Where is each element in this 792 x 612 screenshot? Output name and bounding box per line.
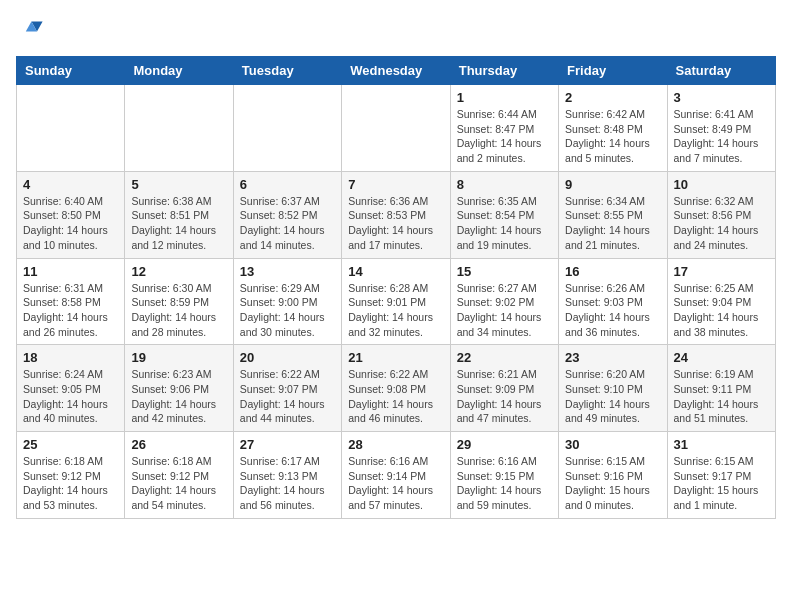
day-info: Sunrise: 6:16 AM Sunset: 9:15 PM Dayligh…	[457, 454, 552, 513]
calendar-cell: 27Sunrise: 6:17 AM Sunset: 9:13 PM Dayli…	[233, 432, 341, 519]
calendar-table: SundayMondayTuesdayWednesdayThursdayFrid…	[16, 56, 776, 519]
day-number: 29	[457, 437, 552, 452]
calendar-cell: 10Sunrise: 6:32 AM Sunset: 8:56 PM Dayli…	[667, 171, 775, 258]
calendar-cell: 18Sunrise: 6:24 AM Sunset: 9:05 PM Dayli…	[17, 345, 125, 432]
calendar-header-wednesday: Wednesday	[342, 57, 450, 85]
calendar-cell: 11Sunrise: 6:31 AM Sunset: 8:58 PM Dayli…	[17, 258, 125, 345]
day-info: Sunrise: 6:21 AM Sunset: 9:09 PM Dayligh…	[457, 367, 552, 426]
calendar-week-row: 25Sunrise: 6:18 AM Sunset: 9:12 PM Dayli…	[17, 432, 776, 519]
day-info: Sunrise: 6:34 AM Sunset: 8:55 PM Dayligh…	[565, 194, 660, 253]
calendar-cell	[125, 85, 233, 172]
calendar-cell: 24Sunrise: 6:19 AM Sunset: 9:11 PM Dayli…	[667, 345, 775, 432]
day-number: 21	[348, 350, 443, 365]
calendar-week-row: 1Sunrise: 6:44 AM Sunset: 8:47 PM Daylig…	[17, 85, 776, 172]
logo	[16, 16, 48, 44]
day-number: 26	[131, 437, 226, 452]
calendar-cell: 6Sunrise: 6:37 AM Sunset: 8:52 PM Daylig…	[233, 171, 341, 258]
day-info: Sunrise: 6:18 AM Sunset: 9:12 PM Dayligh…	[131, 454, 226, 513]
calendar-cell	[342, 85, 450, 172]
day-info: Sunrise: 6:18 AM Sunset: 9:12 PM Dayligh…	[23, 454, 118, 513]
day-number: 11	[23, 264, 118, 279]
day-info: Sunrise: 6:23 AM Sunset: 9:06 PM Dayligh…	[131, 367, 226, 426]
day-number: 17	[674, 264, 769, 279]
calendar-cell: 15Sunrise: 6:27 AM Sunset: 9:02 PM Dayli…	[450, 258, 558, 345]
calendar-cell: 4Sunrise: 6:40 AM Sunset: 8:50 PM Daylig…	[17, 171, 125, 258]
day-number: 27	[240, 437, 335, 452]
calendar-cell: 31Sunrise: 6:15 AM Sunset: 9:17 PM Dayli…	[667, 432, 775, 519]
calendar-week-row: 4Sunrise: 6:40 AM Sunset: 8:50 PM Daylig…	[17, 171, 776, 258]
day-number: 6	[240, 177, 335, 192]
calendar-cell: 29Sunrise: 6:16 AM Sunset: 9:15 PM Dayli…	[450, 432, 558, 519]
calendar-header-friday: Friday	[559, 57, 667, 85]
day-number: 15	[457, 264, 552, 279]
calendar-cell: 13Sunrise: 6:29 AM Sunset: 9:00 PM Dayli…	[233, 258, 341, 345]
day-number: 22	[457, 350, 552, 365]
day-number: 9	[565, 177, 660, 192]
calendar-cell: 14Sunrise: 6:28 AM Sunset: 9:01 PM Dayli…	[342, 258, 450, 345]
day-info: Sunrise: 6:27 AM Sunset: 9:02 PM Dayligh…	[457, 281, 552, 340]
calendar-cell: 17Sunrise: 6:25 AM Sunset: 9:04 PM Dayli…	[667, 258, 775, 345]
calendar-cell: 26Sunrise: 6:18 AM Sunset: 9:12 PM Dayli…	[125, 432, 233, 519]
day-info: Sunrise: 6:15 AM Sunset: 9:16 PM Dayligh…	[565, 454, 660, 513]
day-info: Sunrise: 6:42 AM Sunset: 8:48 PM Dayligh…	[565, 107, 660, 166]
day-info: Sunrise: 6:16 AM Sunset: 9:14 PM Dayligh…	[348, 454, 443, 513]
day-info: Sunrise: 6:38 AM Sunset: 8:51 PM Dayligh…	[131, 194, 226, 253]
calendar-cell: 30Sunrise: 6:15 AM Sunset: 9:16 PM Dayli…	[559, 432, 667, 519]
day-info: Sunrise: 6:44 AM Sunset: 8:47 PM Dayligh…	[457, 107, 552, 166]
calendar-header-tuesday: Tuesday	[233, 57, 341, 85]
logo-icon	[16, 16, 44, 44]
day-info: Sunrise: 6:15 AM Sunset: 9:17 PM Dayligh…	[674, 454, 769, 513]
calendar-cell: 25Sunrise: 6:18 AM Sunset: 9:12 PM Dayli…	[17, 432, 125, 519]
calendar-cell: 7Sunrise: 6:36 AM Sunset: 8:53 PM Daylig…	[342, 171, 450, 258]
day-info: Sunrise: 6:37 AM Sunset: 8:52 PM Dayligh…	[240, 194, 335, 253]
day-number: 7	[348, 177, 443, 192]
page-header	[16, 16, 776, 44]
calendar-cell: 20Sunrise: 6:22 AM Sunset: 9:07 PM Dayli…	[233, 345, 341, 432]
day-info: Sunrise: 6:36 AM Sunset: 8:53 PM Dayligh…	[348, 194, 443, 253]
day-number: 4	[23, 177, 118, 192]
day-number: 12	[131, 264, 226, 279]
day-number: 2	[565, 90, 660, 105]
calendar-cell: 23Sunrise: 6:20 AM Sunset: 9:10 PM Dayli…	[559, 345, 667, 432]
calendar-cell: 8Sunrise: 6:35 AM Sunset: 8:54 PM Daylig…	[450, 171, 558, 258]
calendar-cell	[233, 85, 341, 172]
day-info: Sunrise: 6:41 AM Sunset: 8:49 PM Dayligh…	[674, 107, 769, 166]
calendar-header-monday: Monday	[125, 57, 233, 85]
day-number: 16	[565, 264, 660, 279]
calendar-cell: 12Sunrise: 6:30 AM Sunset: 8:59 PM Dayli…	[125, 258, 233, 345]
day-number: 8	[457, 177, 552, 192]
day-info: Sunrise: 6:20 AM Sunset: 9:10 PM Dayligh…	[565, 367, 660, 426]
calendar-cell: 21Sunrise: 6:22 AM Sunset: 9:08 PM Dayli…	[342, 345, 450, 432]
calendar-cell	[17, 85, 125, 172]
calendar-cell: 28Sunrise: 6:16 AM Sunset: 9:14 PM Dayli…	[342, 432, 450, 519]
calendar-header-thursday: Thursday	[450, 57, 558, 85]
day-info: Sunrise: 6:19 AM Sunset: 9:11 PM Dayligh…	[674, 367, 769, 426]
day-number: 14	[348, 264, 443, 279]
calendar-header-row: SundayMondayTuesdayWednesdayThursdayFrid…	[17, 57, 776, 85]
day-info: Sunrise: 6:22 AM Sunset: 9:07 PM Dayligh…	[240, 367, 335, 426]
day-number: 28	[348, 437, 443, 452]
day-info: Sunrise: 6:30 AM Sunset: 8:59 PM Dayligh…	[131, 281, 226, 340]
day-number: 3	[674, 90, 769, 105]
day-number: 1	[457, 90, 552, 105]
day-info: Sunrise: 6:22 AM Sunset: 9:08 PM Dayligh…	[348, 367, 443, 426]
calendar-cell: 19Sunrise: 6:23 AM Sunset: 9:06 PM Dayli…	[125, 345, 233, 432]
day-info: Sunrise: 6:17 AM Sunset: 9:13 PM Dayligh…	[240, 454, 335, 513]
calendar-cell: 9Sunrise: 6:34 AM Sunset: 8:55 PM Daylig…	[559, 171, 667, 258]
calendar-cell: 5Sunrise: 6:38 AM Sunset: 8:51 PM Daylig…	[125, 171, 233, 258]
day-number: 30	[565, 437, 660, 452]
calendar-cell: 3Sunrise: 6:41 AM Sunset: 8:49 PM Daylig…	[667, 85, 775, 172]
calendar-header-saturday: Saturday	[667, 57, 775, 85]
day-number: 5	[131, 177, 226, 192]
calendar-cell: 1Sunrise: 6:44 AM Sunset: 8:47 PM Daylig…	[450, 85, 558, 172]
day-number: 24	[674, 350, 769, 365]
calendar-header-sunday: Sunday	[17, 57, 125, 85]
day-number: 13	[240, 264, 335, 279]
day-info: Sunrise: 6:29 AM Sunset: 9:00 PM Dayligh…	[240, 281, 335, 340]
day-info: Sunrise: 6:40 AM Sunset: 8:50 PM Dayligh…	[23, 194, 118, 253]
calendar-cell: 22Sunrise: 6:21 AM Sunset: 9:09 PM Dayli…	[450, 345, 558, 432]
day-info: Sunrise: 6:26 AM Sunset: 9:03 PM Dayligh…	[565, 281, 660, 340]
day-number: 19	[131, 350, 226, 365]
day-number: 18	[23, 350, 118, 365]
day-info: Sunrise: 6:25 AM Sunset: 9:04 PM Dayligh…	[674, 281, 769, 340]
